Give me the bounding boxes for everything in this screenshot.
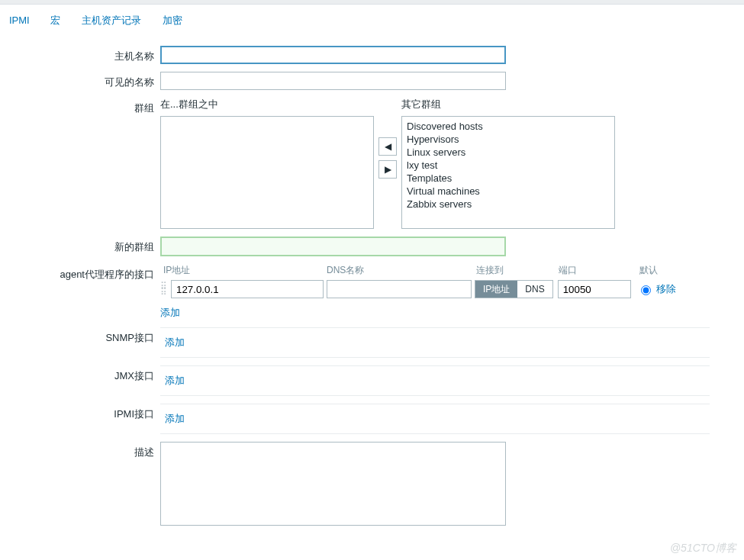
add-ipmi-if-link[interactable]: 添加 [165, 413, 185, 424]
other-groups-listbox[interactable]: Discovered hostsHypervisorsLinux servers… [401, 116, 615, 229]
list-item[interactable]: Zabbix servers [405, 198, 611, 211]
newgroup-input[interactable] [160, 237, 506, 256]
list-item[interactable]: lxy test [405, 159, 611, 172]
label-in-groups: 在...群组之中 [160, 98, 374, 111]
tab-encryption[interactable]: 加密 [153, 9, 192, 32]
move-right-button[interactable]: ▶ [378, 160, 397, 179]
connect-to-dns[interactable]: DNS [517, 281, 552, 298]
agent-port-input[interactable] [558, 280, 631, 298]
agent-dns-input[interactable] [327, 280, 472, 298]
add-jmx-if-link[interactable]: 添加 [165, 375, 185, 386]
add-agent-if-link[interactable]: 添加 [160, 307, 180, 318]
default-if-radio[interactable] [641, 285, 651, 295]
drag-handle-icon[interactable]: ⠿⠿ [160, 283, 168, 295]
col-conn: 连接到 [476, 264, 559, 277]
description-textarea[interactable] [160, 442, 506, 526]
tab-bar: IPMI 宏 主机资产记录 加密 [0, 5, 744, 38]
watermark: @51CTO博客 [670, 542, 736, 555]
col-port: 端口 [559, 264, 639, 277]
tab-inventory[interactable]: 主机资产记录 [72, 9, 150, 32]
hostname-input[interactable] [160, 46, 506, 64]
list-item[interactable]: Virtual machines [405, 185, 611, 198]
col-dns: DNS名称 [327, 264, 476, 277]
label-ipmi-if: IPMI接口 [0, 404, 160, 421]
label-agent-if: agent代理程序的接口 [0, 264, 160, 282]
connect-to-segment: IP地址 DNS [475, 280, 553, 298]
col-def: 默认 [639, 264, 685, 277]
move-left-button[interactable]: ◀ [378, 137, 397, 156]
label-visiblename: 可见的名称 [0, 72, 160, 89]
agent-ip-input[interactable] [171, 280, 324, 298]
list-item[interactable]: Templates [405, 172, 611, 185]
tab-macros[interactable]: 宏 [41, 9, 69, 32]
add-snmp-if-link[interactable]: 添加 [165, 336, 185, 348]
remove-if-link[interactable]: 移除 [656, 282, 676, 296]
in-groups-listbox[interactable] [160, 116, 374, 229]
list-item[interactable]: Linux servers [405, 146, 611, 159]
label-hostname: 主机名称 [0, 46, 160, 63]
label-description: 描述 [0, 442, 160, 459]
col-ip: IP地址 [160, 264, 327, 277]
connect-to-ip[interactable]: IP地址 [475, 281, 517, 298]
tab-ipmi[interactable]: IPMI [0, 10, 39, 31]
label-groups: 群组 [0, 98, 160, 115]
list-item[interactable]: Hypervisors [405, 133, 611, 146]
label-jmx-if: JMX接口 [0, 365, 160, 383]
list-item[interactable]: Discovered hosts [405, 120, 611, 133]
label-snmp-if: SNMP接口 [0, 327, 160, 345]
visiblename-input[interactable] [160, 72, 506, 90]
label-other-groups: 其它群组 [401, 98, 615, 111]
label-newgroup: 新的群组 [0, 237, 160, 254]
